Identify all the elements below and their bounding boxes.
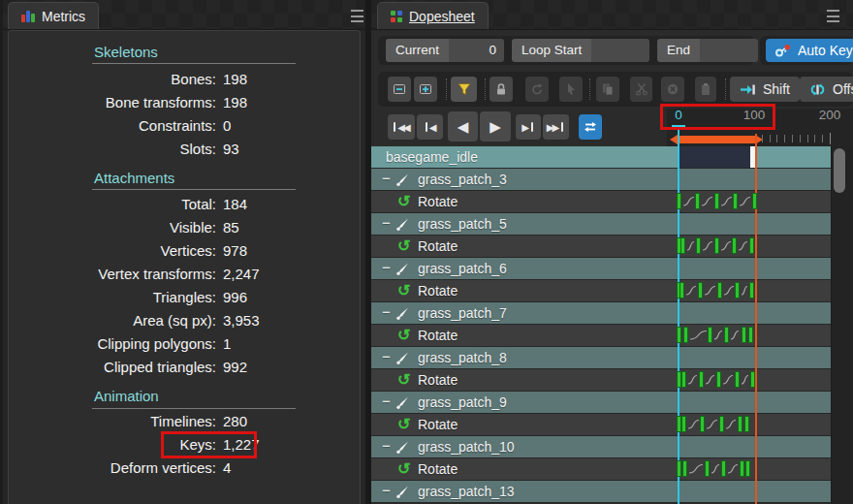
collapse-toggle[interactable]: −	[382, 257, 391, 278]
keyframe[interactable]	[681, 371, 686, 388]
shift-button[interactable]: Shift	[730, 77, 800, 102]
vertical-scrollbar-track[interactable]	[831, 146, 853, 504]
track-row[interactable]: −grass_patch_8	[371, 347, 831, 369]
filter-icon	[458, 82, 471, 96]
collapse-toggle[interactable]: −	[382, 301, 391, 323]
ruler-label-0: 0	[657, 108, 700, 122]
loop-start-input[interactable]	[591, 39, 649, 62]
keyframe[interactable]	[719, 416, 724, 432]
copy-button[interactable]	[596, 77, 619, 102]
previous-key-button[interactable]: ◀	[417, 114, 443, 140]
collapse-all-button[interactable]	[388, 77, 411, 102]
track-row[interactable]: ↺Rotate	[371, 236, 831, 258]
expand-all-button[interactable]	[414, 77, 437, 102]
playhead-line-orange[interactable]	[755, 134, 757, 504]
tab-metrics[interactable]: Metrics	[8, 2, 99, 29]
keyframe[interactable]	[748, 327, 753, 343]
track-row[interactable]: −grass_patch_3	[371, 169, 831, 191]
current-frame-marker[interactable]	[750, 146, 755, 168]
lock-button[interactable]	[490, 77, 513, 102]
keyframe[interactable]	[724, 327, 729, 343]
track-row[interactable]: ↺Rotate	[371, 369, 831, 392]
keyframe[interactable]	[735, 371, 740, 388]
go-to-start-button[interactable]: ◀◀	[388, 114, 415, 140]
metrics-menu-icon[interactable]	[351, 10, 363, 22]
collapse-toggle[interactable]: −	[382, 480, 391, 501]
keyframe[interactable]	[700, 416, 705, 432]
track-row[interactable]: ↺Rotate	[371, 280, 831, 302]
track-row[interactable]: ↺Rotate	[371, 325, 831, 347]
track-row[interactable]: basegame_idle	[371, 146, 831, 169]
go-to-end-button[interactable]: ▶▶	[543, 114, 569, 140]
track-row[interactable]: −grass_patch_7	[371, 302, 831, 325]
keyframe[interactable]	[677, 193, 681, 209]
keyframe[interactable]	[677, 416, 681, 432]
current-frame-input[interactable]: 0	[449, 39, 504, 62]
collapse-toggle[interactable]: −	[382, 435, 391, 457]
track-row[interactable]: −grass_patch_13	[371, 481, 831, 503]
keyframe[interactable]	[683, 327, 688, 343]
auto-key-button[interactable]: Auto Key	[766, 39, 853, 62]
loop-playback-button[interactable]	[579, 114, 602, 140]
keyframe[interactable]	[698, 282, 703, 299]
keyframe[interactable]	[696, 237, 701, 254]
play-forward-button[interactable]: ▶	[480, 111, 511, 142]
keyframe[interactable]	[695, 193, 700, 209]
keyframe[interactable]	[735, 282, 740, 299]
stop-bar	[394, 122, 395, 132]
dopesheet-menu-icon[interactable]	[827, 10, 839, 22]
collapse-toggle[interactable]: −	[382, 212, 391, 234]
keyframe[interactable]	[682, 460, 687, 477]
keyframe[interactable]	[680, 237, 685, 254]
track-row[interactable]: −grass_patch_6	[371, 258, 831, 280]
keyframe[interactable]	[677, 460, 681, 477]
keyframe[interactable]	[714, 237, 719, 254]
keyframe[interactable]	[733, 193, 738, 209]
collapse-toggle[interactable]: −	[382, 391, 391, 412]
track-row[interactable]: −grass_patch_10	[371, 436, 831, 458]
vertical-scrollbar-thumb[interactable]	[834, 148, 845, 193]
selected-range-arrow[interactable]	[671, 135, 762, 144]
refresh-button[interactable]	[525, 77, 549, 102]
track-row[interactable]: ↺Rotate	[371, 458, 831, 481]
track-row[interactable]: ↺Rotate	[371, 414, 831, 436]
keyframe[interactable]	[679, 282, 684, 299]
track-row[interactable]: ↺Rotate	[371, 191, 831, 213]
keyframe[interactable]	[750, 371, 755, 388]
delete-button[interactable]	[661, 77, 684, 102]
keyframe[interactable]	[721, 460, 726, 477]
keyframe[interactable]	[708, 327, 712, 343]
keyframe[interactable]	[749, 237, 754, 254]
filter-button[interactable]	[451, 77, 477, 102]
keyframe[interactable]	[744, 416, 749, 432]
keyframe[interactable]	[677, 371, 681, 388]
keyframe[interactable]	[705, 460, 710, 477]
collapse-toggle[interactable]: −	[382, 168, 391, 189]
keyframe[interactable]	[699, 371, 704, 388]
keyframe[interactable]	[742, 327, 746, 343]
offset-button[interactable]: Offset	[800, 77, 853, 102]
end-input[interactable]	[700, 39, 758, 62]
paste-button[interactable]	[695, 77, 716, 102]
track-row[interactable]: −grass_patch_5	[371, 213, 831, 236]
keyframe[interactable]	[677, 327, 681, 343]
select-button[interactable]	[559, 77, 583, 102]
keyframe[interactable]	[740, 460, 744, 477]
keyframe[interactable]	[714, 193, 719, 209]
cut-button[interactable]	[630, 77, 652, 102]
play-backward-button[interactable]: ◀	[448, 111, 478, 142]
keyframe[interactable]	[752, 193, 757, 209]
keyframe[interactable]	[732, 237, 737, 254]
collapse-toggle[interactable]: −	[382, 346, 391, 367]
keyframe[interactable]	[749, 282, 754, 299]
tab-dopesheet[interactable]: Dopesheet	[377, 2, 489, 29]
keyframe[interactable]	[745, 460, 750, 477]
playhead-line-cyan[interactable]	[678, 127, 679, 504]
keyframe[interactable]	[717, 282, 722, 299]
next-key-button[interactable]: ▶	[516, 114, 541, 140]
interpolation-curve	[730, 330, 740, 341]
keyframe[interactable]	[681, 416, 686, 432]
keyframe[interactable]	[738, 416, 742, 432]
keyframe[interactable]	[716, 371, 721, 388]
track-row[interactable]: −grass_patch_9	[371, 392, 831, 414]
